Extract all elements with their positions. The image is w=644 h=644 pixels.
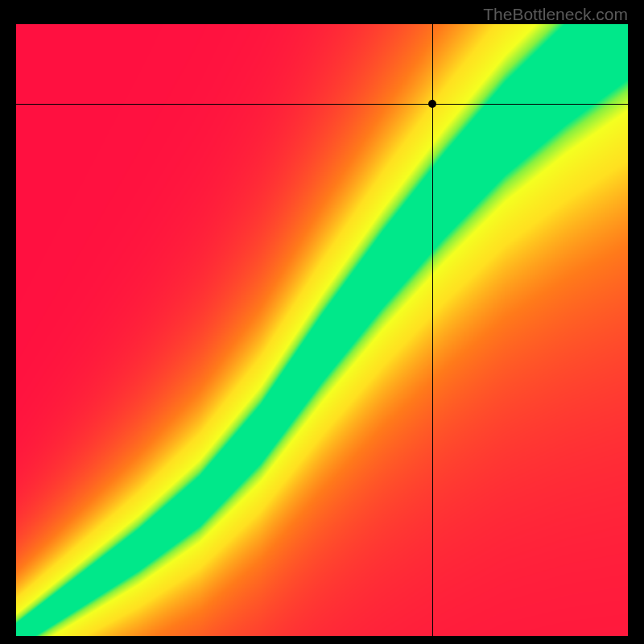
heatmap-canvas: [16, 24, 628, 636]
crosshair-dot: [428, 100, 436, 108]
watermark-text: TheBottleneck.com: [483, 5, 628, 24]
chart-container: [16, 24, 628, 636]
crosshair-horizontal: [16, 104, 628, 105]
crosshair-vertical: [432, 24, 433, 636]
